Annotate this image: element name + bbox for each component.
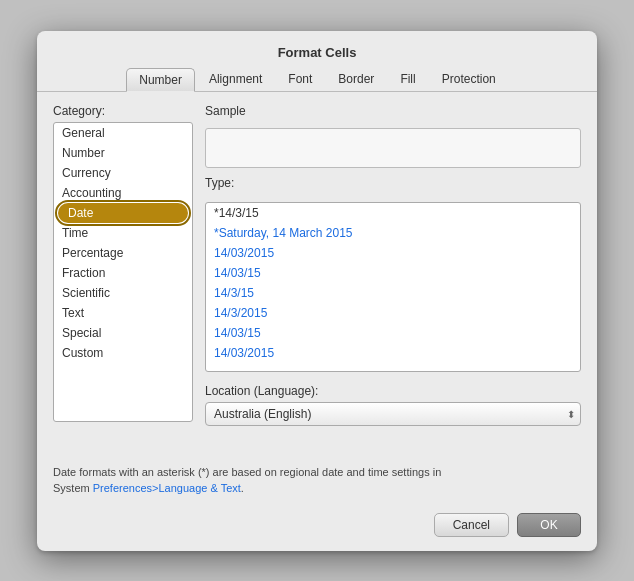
list-item[interactable]: Scientific — [54, 283, 192, 303]
main-content: Category: General Number Currency Accoun… — [37, 92, 597, 456]
type-item[interactable]: *14/3/15 — [206, 203, 580, 223]
list-item[interactable]: Custom — [54, 343, 192, 363]
tab-font[interactable]: Font — [276, 68, 324, 91]
list-item[interactable]: General — [54, 123, 192, 143]
list-item[interactable]: Currency — [54, 163, 192, 183]
location-label: Location (Language): — [205, 384, 581, 398]
type-item[interactable]: 14/3/15 — [206, 283, 580, 303]
tab-alignment[interactable]: Alignment — [197, 68, 274, 91]
location-select-wrapper: Australia (English) ⬍ — [205, 402, 581, 426]
cancel-button[interactable]: Cancel — [434, 513, 509, 537]
type-item[interactable]: *Saturday, 14 March 2015 — [206, 223, 580, 243]
type-list[interactable]: *14/3/15 *Saturday, 14 March 2015 14/03/… — [205, 202, 581, 372]
list-item[interactable]: Special — [54, 323, 192, 343]
footer-note: Date formats with an asterisk (*) are ba… — [37, 456, 597, 505]
category-panel: Category: General Number Currency Accoun… — [53, 104, 193, 444]
type-item[interactable]: 14/3/2015 — [206, 303, 580, 323]
type-label: Type: — [205, 176, 581, 190]
sample-label: Sample — [205, 104, 581, 118]
tab-protection[interactable]: Protection — [430, 68, 508, 91]
footer-text-after: . — [241, 482, 244, 494]
category-label: Category: — [53, 104, 193, 118]
list-item[interactable]: Number — [54, 143, 192, 163]
tab-number[interactable]: Number — [126, 68, 195, 92]
location-section: Location (Language): Australia (English)… — [205, 384, 581, 426]
right-panel: Sample Type: *14/3/15 *Saturday, 14 Marc… — [205, 104, 581, 444]
list-item[interactable]: Time — [54, 223, 192, 243]
ok-button[interactable]: OK — [517, 513, 581, 537]
tab-border[interactable]: Border — [326, 68, 386, 91]
type-item[interactable]: 14/03/2015 — [206, 243, 580, 263]
format-cells-dialog: Format Cells Number Alignment Font Borde… — [37, 31, 597, 551]
buttons-row: Cancel OK — [37, 505, 597, 551]
list-item[interactable]: Accounting — [54, 183, 192, 203]
location-select[interactable]: Australia (English) — [205, 402, 581, 426]
list-item[interactable]: Percentage — [54, 243, 192, 263]
type-item[interactable]: 14/03/15 — [206, 263, 580, 283]
sample-preview — [205, 128, 581, 168]
dialog-title: Format Cells — [37, 31, 597, 60]
list-item-date[interactable]: Date — [58, 203, 188, 223]
type-item[interactable]: 14/03/15 — [206, 323, 580, 343]
tab-fill[interactable]: Fill — [388, 68, 427, 91]
list-item[interactable]: Fraction — [54, 263, 192, 283]
category-list[interactable]: General Number Currency Accounting Date … — [53, 122, 193, 422]
tab-bar: Number Alignment Font Border Fill Protec… — [37, 60, 597, 92]
type-item[interactable]: 14/03/2015 — [206, 343, 580, 363]
footer-link[interactable]: Preferences>Language & Text — [93, 482, 241, 494]
list-item[interactable]: Text — [54, 303, 192, 323]
